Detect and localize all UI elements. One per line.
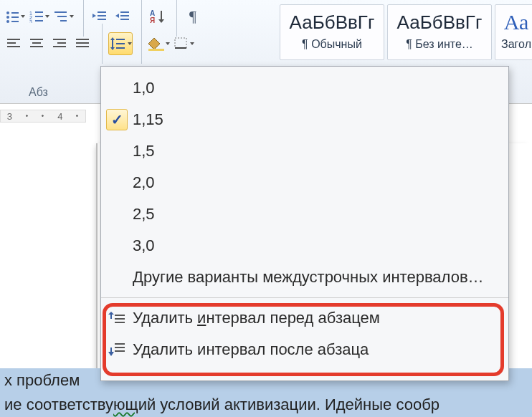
svg-rect-53 <box>115 343 125 345</box>
remove-space-after-icon <box>101 342 133 358</box>
multilevel-list-button[interactable] <box>53 5 75 28</box>
svg-rect-50 <box>115 315 125 316</box>
line-spacing-button[interactable] <box>108 32 133 55</box>
svg-rect-12 <box>54 11 67 13</box>
svg-rect-9 <box>35 16 43 17</box>
style-tile-heading[interactable]: Аа Загол <box>495 4 532 60</box>
svg-rect-16 <box>98 15 106 16</box>
remove-space-before-icon <box>101 310 133 326</box>
remove-space-before-paragraph[interactable]: Удалить интервал перед абзацем <box>101 302 508 334</box>
spacing-option-1.5[interactable]: 1,5 <box>101 135 508 167</box>
align-left-button[interactable] <box>4 32 24 55</box>
menu-label: Удалить интервал после абзаца <box>133 340 369 359</box>
svg-rect-30 <box>30 39 43 40</box>
svg-rect-14 <box>60 20 67 21</box>
dropdown-arrow-icon <box>45 15 49 18</box>
doc-line: ие соответствующий условий активизации. … <box>0 393 532 417</box>
check-icon: ✓ <box>106 109 128 130</box>
menu-label: 2,0 <box>133 173 155 192</box>
ribbon-group-label: Абз <box>29 86 48 99</box>
dropdown-arrow-icon <box>21 15 25 18</box>
svg-text:3: 3 <box>29 19 32 23</box>
numbering-button[interactable]: 123 <box>29 5 50 28</box>
svg-rect-1 <box>11 12 19 14</box>
style-sample: АаБбВвГг <box>397 9 483 37</box>
svg-rect-37 <box>76 42 89 44</box>
menu-divider <box>101 297 508 298</box>
dropdown-arrow-icon <box>70 15 74 18</box>
menu-label: 3,0 <box>133 236 155 255</box>
svg-rect-29 <box>7 46 20 47</box>
svg-rect-20 <box>120 15 129 16</box>
style-sample: АаБбВвГг <box>290 9 375 37</box>
svg-rect-35 <box>53 46 66 47</box>
style-caption: Загол <box>497 38 532 51</box>
svg-rect-11 <box>35 20 43 21</box>
svg-rect-55 <box>115 350 125 352</box>
decrease-indent-button[interactable] <box>90 5 110 28</box>
svg-text:Я: Я <box>150 16 155 24</box>
style-caption: ¶ Без инте… <box>389 38 490 51</box>
svg-marker-48 <box>108 312 114 315</box>
svg-marker-40 <box>110 37 115 40</box>
svg-rect-5 <box>11 21 19 22</box>
svg-rect-56 <box>110 348 112 352</box>
ruler-strip: 3 ꞏ ꞏ 4 ꞏ <box>0 110 86 123</box>
menu-label: 1,5 <box>133 142 155 160</box>
style-tile-no-spacing[interactable]: АаБбВвГг ¶ Без инте… <box>387 4 492 60</box>
show-hide-pilcrow-button[interactable]: ¶ <box>183 5 203 28</box>
svg-point-0 <box>6 11 9 14</box>
spacing-option-1.15[interactable]: ✓ 1,15 <box>101 104 508 135</box>
menu-label: 1,15 <box>133 110 163 129</box>
align-center-button[interactable] <box>27 32 47 55</box>
svg-rect-21 <box>120 19 129 20</box>
dropdown-arrow-icon <box>128 42 132 45</box>
spacing-option-2.5[interactable]: 2,5 <box>101 198 508 230</box>
style-tile-normal[interactable]: АаБбВвГг ¶ Обычный <box>280 4 384 60</box>
sort-button[interactable]: АЯ <box>148 5 168 28</box>
svg-rect-46 <box>175 38 186 48</box>
svg-rect-31 <box>32 42 41 44</box>
align-justify-button[interactable] <box>73 32 93 55</box>
remove-space-after-paragraph[interactable]: Удалить интервал после абзаца <box>101 334 508 365</box>
svg-rect-49 <box>110 315 112 319</box>
spacing-option-1.0[interactable]: 1,0 <box>101 72 508 104</box>
spacing-options-more[interactable]: Другие варианты междустрочных интервалов… <box>101 262 508 293</box>
svg-rect-13 <box>57 16 67 17</box>
svg-rect-34 <box>57 42 66 44</box>
spacing-option-2.0[interactable]: 2,0 <box>101 167 508 198</box>
svg-rect-17 <box>98 19 106 20</box>
svg-rect-51 <box>115 318 125 320</box>
shading-button[interactable] <box>148 32 171 55</box>
align-right-button[interactable] <box>50 32 70 55</box>
text-run: ие соответству <box>4 396 113 413</box>
bullets-button[interactable] <box>4 5 26 28</box>
svg-point-2 <box>6 16 9 19</box>
spacing-option-3.0[interactable]: 3,0 <box>101 230 508 262</box>
svg-rect-32 <box>30 46 43 47</box>
svg-rect-42 <box>116 39 125 40</box>
svg-rect-52 <box>115 322 125 323</box>
svg-marker-22 <box>115 14 119 18</box>
svg-rect-45 <box>148 49 164 51</box>
dropdown-arrow-icon <box>166 42 170 45</box>
menu-label: 1,0 <box>133 79 155 97</box>
increase-indent-button[interactable] <box>113 5 133 28</box>
text-run: ий условий активизации. Идейные сообр <box>138 396 440 413</box>
svg-marker-26 <box>158 19 164 23</box>
menu-label: Другие варианты междустрочных интервалов… <box>133 268 484 287</box>
svg-marker-41 <box>110 47 115 50</box>
ruler-mark: 4 <box>57 111 62 122</box>
svg-rect-54 <box>115 347 125 348</box>
svg-rect-36 <box>76 39 89 40</box>
svg-rect-33 <box>53 39 66 40</box>
separator <box>102 24 103 64</box>
style-caption: ¶ Обычный <box>282 38 382 51</box>
borders-button[interactable] <box>174 32 195 55</box>
separator <box>141 24 142 64</box>
separator <box>83 0 84 37</box>
svg-rect-43 <box>116 43 125 44</box>
svg-rect-44 <box>116 47 125 49</box>
svg-marker-18 <box>92 14 96 18</box>
menu-label: Удалить интервал перед абзацем <box>133 309 380 327</box>
